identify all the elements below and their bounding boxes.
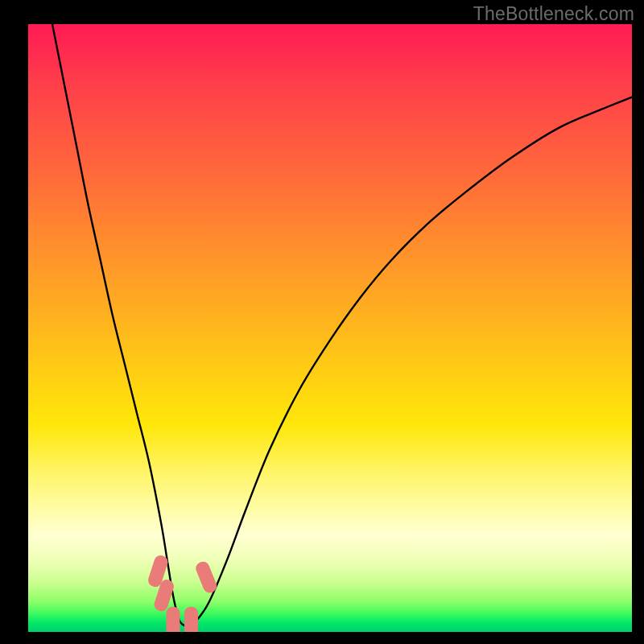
curve-markers	[147, 554, 219, 632]
curve-group	[52, 24, 632, 626]
marker-bottom-1	[167, 607, 180, 632]
chart-plot-area	[28, 24, 632, 632]
marker-bottom-2	[184, 607, 198, 632]
bottleneck-curve	[52, 24, 632, 626]
marker-right-1	[194, 559, 219, 594]
chart-frame: TheBottleneck.com	[0, 0, 644, 644]
watermark-text: TheBottleneck.com	[473, 3, 634, 25]
bottleneck-curve-svg	[28, 24, 632, 632]
